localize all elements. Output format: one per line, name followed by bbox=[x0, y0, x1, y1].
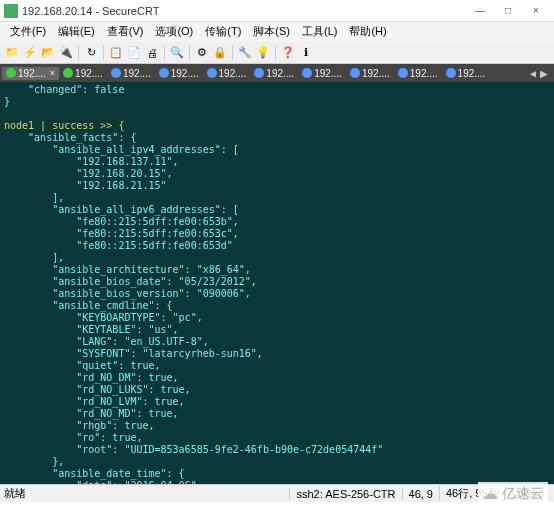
tab-close-icon[interactable]: × bbox=[50, 68, 55, 78]
find-icon[interactable]: 🔍 bbox=[169, 45, 185, 61]
toolbar-separator bbox=[189, 46, 190, 60]
tab-status-icon bbox=[398, 68, 408, 78]
term-line: "ansible_all_ipv6_addresses": [ bbox=[4, 204, 239, 215]
window-controls: — □ × bbox=[466, 1, 550, 21]
tab-bar: 192.... × 192.... 192.... 192.... 192...… bbox=[0, 64, 554, 82]
menu-view[interactable]: 查看(V) bbox=[101, 22, 150, 42]
term-line: } bbox=[4, 96, 10, 107]
term-line: "ansible_cmdline": { bbox=[4, 300, 173, 311]
menu-tools[interactable]: 工具(L) bbox=[296, 22, 343, 42]
tab-session-5[interactable]: 192.... bbox=[203, 67, 251, 80]
term-line: "rd_NO_MD": true, bbox=[4, 408, 179, 419]
lightbulb-icon[interactable]: 💡 bbox=[255, 45, 271, 61]
term-line: "KEYBOARDTYPE": "pc", bbox=[4, 312, 203, 323]
term-line: ], bbox=[4, 252, 64, 263]
term-line: "root": "UUID=853a6585-9fe2-46fb-b90e-c7… bbox=[4, 444, 383, 455]
term-line: "quiet": true, bbox=[4, 360, 161, 371]
print-icon[interactable]: 🖨 bbox=[144, 45, 160, 61]
term-line: "LANG": "en_US.UTF-8", bbox=[4, 336, 209, 347]
tab-status-icon bbox=[111, 68, 121, 78]
reconnect-icon[interactable]: ↻ bbox=[83, 45, 99, 61]
tab-active[interactable]: 192.... × bbox=[2, 67, 59, 80]
tab-label: 192.... bbox=[410, 68, 438, 79]
minimize-button[interactable]: — bbox=[466, 1, 494, 21]
tools-icon[interactable]: 🔧 bbox=[237, 45, 253, 61]
tab-status-icon bbox=[159, 68, 169, 78]
tab-session-2[interactable]: 192.... bbox=[59, 67, 107, 80]
tab-label: 192.... bbox=[171, 68, 199, 79]
menu-options[interactable]: 选项(O) bbox=[149, 22, 199, 42]
toolbar: 📁 ⚡ 📂 🔌 ↻ 📋 📄 🖨 🔍 ⚙ 🔒 🔧 💡 ❓ ℹ bbox=[0, 42, 554, 64]
tab-label: 192.... bbox=[314, 68, 342, 79]
tab-label: 192.... bbox=[362, 68, 390, 79]
tab-status-icon bbox=[254, 68, 264, 78]
status-cipher: ssh2: AES-256-CTR bbox=[289, 488, 401, 500]
term-line: "ansible_facts": { bbox=[4, 132, 136, 143]
copy-icon[interactable]: 📋 bbox=[108, 45, 124, 61]
tab-session-10[interactable]: 192.... bbox=[442, 67, 490, 80]
menu-file[interactable]: 文件(F) bbox=[4, 22, 52, 42]
tab-session-4[interactable]: 192.... bbox=[155, 67, 203, 80]
term-line: "rd_NO_LUKS": true, bbox=[4, 384, 191, 395]
tab-label: 192.... bbox=[18, 68, 46, 79]
session-options-icon[interactable]: ⚙ bbox=[194, 45, 210, 61]
connect-icon[interactable]: 📁 bbox=[4, 45, 20, 61]
menu-edit[interactable]: 编辑(E) bbox=[52, 22, 101, 42]
status-position: 46, 9 bbox=[402, 488, 439, 500]
term-line: "fe80::215:5dff:fe00:653c", bbox=[4, 228, 239, 239]
watermark-text: 亿速云 bbox=[502, 485, 544, 503]
about-icon[interactable]: ℹ bbox=[298, 45, 314, 61]
terminal-output[interactable]: "changed": false } node1 | success >> { … bbox=[0, 82, 554, 484]
tab-session-8[interactable]: 192.... bbox=[346, 67, 394, 80]
cloud-icon: ☁ bbox=[482, 484, 498, 503]
menu-help[interactable]: 帮助(H) bbox=[343, 22, 392, 42]
quick-connect-icon[interactable]: ⚡ bbox=[22, 45, 38, 61]
close-button[interactable]: × bbox=[522, 1, 550, 21]
term-line: "ansible_bios_date": "05/23/2012", bbox=[4, 276, 257, 287]
term-line: "changed": false bbox=[4, 84, 124, 95]
tab-status-icon bbox=[63, 68, 73, 78]
watermark: ☁ 亿速云 bbox=[478, 482, 548, 505]
tab-session-6[interactable]: 192.... bbox=[250, 67, 298, 80]
term-line: "ansible_all_ipv4_addresses": [ bbox=[4, 144, 239, 155]
tab-label: 192.... bbox=[266, 68, 294, 79]
status-ready: 就绪 bbox=[4, 486, 34, 501]
tab-label: 192.... bbox=[219, 68, 247, 79]
term-line: "rd_NO_DM": true, bbox=[4, 372, 179, 383]
paste-icon[interactable]: 📄 bbox=[126, 45, 142, 61]
tab-right-arrow-icon[interactable]: ▶ bbox=[540, 68, 548, 79]
menu-bar: 文件(F) 编辑(E) 查看(V) 选项(O) 传输(T) 脚本(S) 工具(L… bbox=[0, 22, 554, 42]
tab-label: 192.... bbox=[458, 68, 486, 79]
term-line: "192.168.21.15" bbox=[4, 180, 167, 191]
term-line: "rd_NO_LVM": true, bbox=[4, 396, 185, 407]
term-line: "192.168.20.15", bbox=[4, 168, 173, 179]
term-line: node1 | success >> { bbox=[4, 120, 124, 131]
term-line: "ansible_bios_version": "090006", bbox=[4, 288, 251, 299]
tab-session-7[interactable]: 192.... bbox=[298, 67, 346, 80]
disconnect-icon[interactable]: 🔌 bbox=[58, 45, 74, 61]
term-line: "rhgb": true, bbox=[4, 420, 155, 431]
help-icon[interactable]: ❓ bbox=[280, 45, 296, 61]
term-line: "192.168.137.11", bbox=[4, 156, 179, 167]
tab-status-icon bbox=[446, 68, 456, 78]
menu-transfer[interactable]: 传输(T) bbox=[199, 22, 247, 42]
menu-script[interactable]: 脚本(S) bbox=[247, 22, 296, 42]
maximize-button[interactable]: □ bbox=[494, 1, 522, 21]
term-line: ], bbox=[4, 192, 64, 203]
tab-status-icon bbox=[6, 68, 16, 78]
tab-session-9[interactable]: 192.... bbox=[394, 67, 442, 80]
term-line: }, bbox=[4, 456, 64, 467]
tab-session-3[interactable]: 192.... bbox=[107, 67, 155, 80]
app-icon bbox=[4, 4, 18, 18]
folder-icon[interactable]: 📂 bbox=[40, 45, 56, 61]
lock-icon[interactable]: 🔒 bbox=[212, 45, 228, 61]
term-line: "KEYTABLE": "us", bbox=[4, 324, 179, 335]
tab-label: 192.... bbox=[75, 68, 103, 79]
tab-status-icon bbox=[207, 68, 217, 78]
tab-left-arrow-icon[interactable]: ◄ bbox=[528, 68, 538, 79]
term-line: "ro": true, bbox=[4, 432, 142, 443]
title-bar: 192.168.20.14 - SecureCRT — □ × bbox=[0, 0, 554, 22]
tab-scroll-arrows: ◄ ▶ bbox=[528, 68, 552, 79]
window-title: 192.168.20.14 - SecureCRT bbox=[22, 5, 466, 17]
tab-label: 192.... bbox=[123, 68, 151, 79]
